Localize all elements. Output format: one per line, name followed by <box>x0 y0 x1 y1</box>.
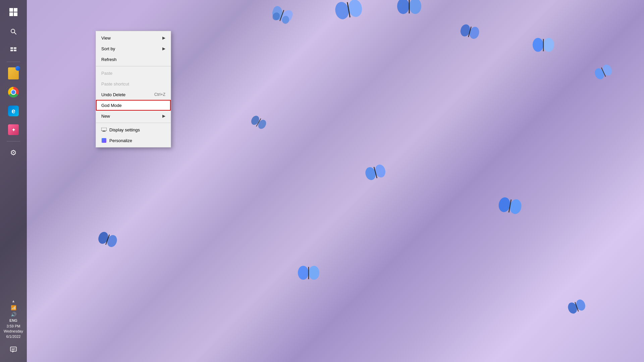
taskbar-divider-1 <box>7 62 20 62</box>
menu-item-new-label: New <box>101 114 110 119</box>
menu-item-refresh-label: Refresh <box>101 57 117 62</box>
menu-item-god-mode[interactable]: God Mode <box>96 100 171 111</box>
menu-item-new-arrow: ▶ <box>162 114 165 118</box>
menu-item-paste-label: Paste <box>101 71 112 76</box>
menu-item-paste-shortcut-label: Paste shortcut <box>101 81 129 86</box>
file-explorer-button[interactable] <box>5 65 21 81</box>
menu-item-undo-delete-shortcut: Ctrl+Z <box>154 92 165 97</box>
wifi-icon[interactable]: 📶 <box>11 305 16 310</box>
windows-logo <box>9 8 17 16</box>
menu-item-display-settings[interactable]: Display settings <box>96 124 171 135</box>
teams-chat-button[interactable] <box>5 341 21 357</box>
menu-item-sort-by-label: Sort by <box>101 46 115 51</box>
settings-button[interactable]: ⚙ <box>5 145 21 161</box>
taskbar-divider-2 <box>7 141 20 141</box>
menu-item-display-settings-label: Display settings <box>109 127 140 132</box>
clock-date: 6/1/2022 <box>4 334 23 339</box>
clock-display[interactable]: 3:59 PM Wednesday 6/1/2022 <box>4 324 23 339</box>
start-button[interactable] <box>5 4 21 20</box>
svg-rect-42 <box>10 50 13 51</box>
svg-rect-40 <box>10 47 13 49</box>
svg-rect-41 <box>14 47 16 49</box>
menu-item-paste: Paste <box>96 68 171 78</box>
menu-item-view-arrow: ▶ <box>162 36 165 40</box>
menu-item-view-label: View <box>101 36 111 41</box>
settings-gear-icon: ⚙ <box>8 147 19 158</box>
svg-rect-43 <box>14 50 16 51</box>
menu-item-refresh[interactable]: Refresh <box>96 54 171 65</box>
svg-rect-47 <box>101 128 107 131</box>
paint-button[interactable]: ✦ <box>5 122 21 138</box>
clock-day: Wednesday <box>4 329 23 334</box>
menu-item-paste-shortcut: Paste shortcut <box>96 78 171 89</box>
menu-item-personalize-label: Personalize <box>109 138 132 143</box>
task-view-button[interactable] <box>5 42 21 58</box>
menu-item-personalize[interactable]: Personalize <box>96 135 171 146</box>
tray-expand[interactable]: ▲ <box>11 298 16 304</box>
folder-icon <box>8 67 19 79</box>
paint-icon: ✦ <box>8 124 19 135</box>
context-menu: View ▶ Sort by ▶ Refresh Paste Paste sho… <box>96 31 171 147</box>
menu-item-undo-delete-label: Undo Delete <box>101 92 125 97</box>
edge-button[interactable]: e <box>5 103 21 119</box>
language-indicator[interactable]: ENG <box>9 318 17 322</box>
menu-item-undo-delete[interactable]: Undo Delete Ctrl+Z <box>96 89 171 100</box>
personalize-icon <box>101 138 107 143</box>
menu-item-new[interactable]: New ▶ <box>96 111 171 121</box>
clock-time: 3:59 PM <box>4 324 23 329</box>
menu-item-sort-by[interactable]: Sort by ▶ <box>96 43 171 54</box>
display-settings-icon <box>101 127 107 132</box>
chrome-icon <box>8 87 19 98</box>
menu-item-god-mode-label: God Mode <box>101 103 122 108</box>
menu-separator-2 <box>96 123 171 123</box>
menu-item-view[interactable]: View ▶ <box>96 33 171 43</box>
volume-icon[interactable]: 🔊 <box>11 312 16 317</box>
edge-icon: e <box>8 106 19 116</box>
menu-separator-1 <box>96 66 171 66</box>
taskbar-sidebar: e ✦ ⚙ ▲ 📶 🔊 ENG 3:59 PM Wednesday 6/1/20… <box>0 0 27 362</box>
search-button[interactable] <box>5 23 21 40</box>
chrome-button[interactable] <box>5 84 21 100</box>
menu-item-sort-by-arrow: ▶ <box>162 46 165 51</box>
svg-line-39 <box>14 33 16 35</box>
svg-rect-50 <box>102 138 106 143</box>
